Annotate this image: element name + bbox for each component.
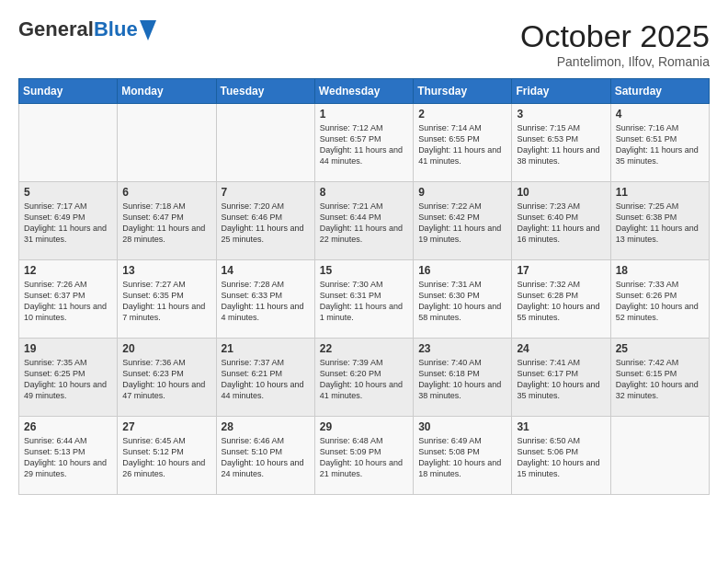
header-cell-sunday: Sunday [19, 79, 118, 104]
cell-text: Sunset: 6:31 PM [320, 290, 408, 301]
calendar-cell: 14Sunrise: 7:28 AMSunset: 6:33 PMDayligh… [216, 260, 314, 339]
day-number: 14 [222, 264, 310, 277]
title-block: October 2025 Pantelimon, Ilfov, Romania [520, 18, 710, 69]
day-number: 24 [517, 342, 605, 355]
day-number: 27 [122, 420, 210, 433]
cell-text: Sunset: 6:18 PM [418, 368, 506, 379]
cell-text: Sunrise: 7:32 AM [517, 279, 605, 290]
cell-text: Sunrise: 6:50 AM [517, 435, 605, 446]
day-number: 13 [122, 264, 210, 277]
day-number: 18 [616, 264, 704, 277]
cell-text: Sunrise: 6:46 AM [222, 435, 310, 446]
cell-text: Sunrise: 7:25 AM [616, 201, 704, 212]
calendar-cell: 26Sunrise: 6:44 AMSunset: 5:13 PMDayligh… [19, 417, 118, 495]
logo-general: General [18, 17, 94, 40]
cell-text: Sunset: 5:08 PM [418, 446, 506, 457]
calendar-cell: 7Sunrise: 7:20 AMSunset: 6:46 PMDaylight… [216, 182, 314, 260]
cell-text: Daylight: 10 hours and 38 minutes. [418, 379, 506, 401]
cell-text: Sunset: 6:17 PM [517, 368, 605, 379]
cell-text: Daylight: 10 hours and 41 minutes. [320, 379, 408, 401]
calendar-cell: 18Sunrise: 7:33 AMSunset: 6:26 PMDayligh… [610, 260, 709, 339]
logo: GeneralBlue [18, 18, 156, 44]
cell-text: Sunrise: 7:42 AM [616, 357, 704, 368]
header-cell-saturday: Saturday [610, 79, 709, 104]
month-title: October 2025 [520, 18, 710, 54]
cell-text: Sunset: 6:46 PM [222, 212, 310, 223]
day-number: 6 [122, 186, 210, 199]
day-number: 12 [24, 264, 112, 277]
calendar-cell: 29Sunrise: 6:48 AMSunset: 5:09 PMDayligh… [314, 417, 413, 495]
cell-text: Sunrise: 7:21 AM [320, 201, 408, 212]
cell-text: Sunrise: 7:20 AM [222, 201, 310, 212]
calendar-cell: 22Sunrise: 7:39 AMSunset: 6:20 PMDayligh… [314, 339, 413, 417]
cell-text: Sunset: 6:57 PM [320, 133, 408, 144]
cell-text: Daylight: 10 hours and 21 minutes. [320, 457, 408, 479]
week-row-2: 5Sunrise: 7:17 AMSunset: 6:49 PMDaylight… [19, 182, 710, 260]
cell-text: Sunrise: 6:49 AM [418, 435, 506, 446]
cell-text: Sunset: 6:26 PM [616, 290, 704, 301]
cell-text: Daylight: 10 hours and 44 minutes. [222, 379, 310, 401]
logo-blue: Blue [94, 17, 138, 40]
cell-text: Sunrise: 7:22 AM [418, 201, 506, 212]
calendar-cell: 11Sunrise: 7:25 AMSunset: 6:38 PMDayligh… [610, 182, 709, 260]
day-number: 28 [222, 420, 310, 433]
cell-text: Daylight: 10 hours and 35 minutes. [517, 379, 605, 401]
day-number: 16 [418, 264, 506, 277]
cell-text: Sunrise: 7:31 AM [418, 279, 506, 290]
calendar-cell [610, 417, 709, 495]
calendar-cell: 13Sunrise: 7:27 AMSunset: 6:35 PMDayligh… [118, 260, 216, 339]
cell-text: Sunrise: 6:44 AM [24, 435, 112, 446]
cell-text: Sunrise: 7:12 AM [320, 122, 408, 133]
day-number: 30 [418, 420, 506, 433]
cell-text: Daylight: 10 hours and 55 minutes. [517, 301, 605, 323]
cell-text: Sunset: 6:38 PM [616, 212, 704, 223]
cell-text: Sunrise: 7:28 AM [222, 279, 310, 290]
cell-text: Daylight: 10 hours and 52 minutes. [616, 301, 704, 323]
day-number: 19 [24, 342, 112, 355]
week-row-1: 1Sunrise: 7:12 AMSunset: 6:57 PMDaylight… [19, 104, 710, 182]
calendar-cell [118, 104, 216, 182]
day-number: 8 [320, 186, 408, 199]
day-number: 15 [320, 264, 408, 277]
cell-text: Sunset: 6:15 PM [616, 368, 704, 379]
logo-icon [140, 20, 156, 40]
svg-marker-0 [140, 20, 156, 40]
day-number: 5 [24, 186, 112, 199]
cell-text: Daylight: 10 hours and 26 minutes. [122, 457, 210, 479]
day-number: 20 [122, 342, 210, 355]
calendar-cell: 30Sunrise: 6:49 AMSunset: 5:08 PMDayligh… [414, 417, 512, 495]
cell-text: Sunrise: 7:17 AM [24, 201, 112, 212]
cell-text: Daylight: 10 hours and 58 minutes. [418, 301, 506, 323]
header-row: SundayMondayTuesdayWednesdayThursdayFrid… [19, 79, 710, 104]
calendar-cell: 15Sunrise: 7:30 AMSunset: 6:31 PMDayligh… [314, 260, 413, 339]
calendar-cell: 2Sunrise: 7:14 AMSunset: 6:55 PMDaylight… [414, 104, 512, 182]
day-number: 2 [418, 108, 506, 121]
cell-text: Daylight: 10 hours and 49 minutes. [24, 379, 112, 401]
cell-text: Sunset: 6:37 PM [24, 290, 112, 301]
cell-text: Sunrise: 6:45 AM [122, 435, 210, 446]
calendar-cell: 9Sunrise: 7:22 AMSunset: 6:42 PMDaylight… [414, 182, 512, 260]
cell-text: Sunset: 5:06 PM [517, 446, 605, 457]
cell-text: Daylight: 11 hours and 16 minutes. [517, 223, 605, 245]
cell-text: Sunset: 5:13 PM [24, 446, 112, 457]
calendar-cell: 6Sunrise: 7:18 AMSunset: 6:47 PMDaylight… [118, 182, 216, 260]
cell-text: Daylight: 11 hours and 44 minutes. [320, 144, 408, 167]
cell-text: Daylight: 10 hours and 47 minutes. [122, 379, 210, 401]
cell-text: Sunset: 6:23 PM [122, 368, 210, 379]
cell-text: Daylight: 11 hours and 25 minutes. [222, 223, 310, 245]
cell-text: Daylight: 10 hours and 29 minutes. [24, 457, 112, 479]
cell-text: Sunrise: 7:35 AM [24, 357, 112, 368]
cell-text: Sunrise: 7:27 AM [122, 279, 210, 290]
cell-text: Sunrise: 7:30 AM [320, 279, 408, 290]
cell-text: Sunset: 6:44 PM [320, 212, 408, 223]
calendar-cell [19, 104, 118, 182]
day-number: 11 [616, 186, 704, 199]
cell-text: Sunset: 6:33 PM [222, 290, 310, 301]
day-number: 3 [517, 108, 605, 121]
cell-text: Sunrise: 7:40 AM [418, 357, 506, 368]
cell-text: Daylight: 11 hours and 28 minutes. [122, 223, 210, 245]
calendar-table: SundayMondayTuesdayWednesdayThursdayFrid… [18, 78, 710, 495]
header-cell-friday: Friday [512, 79, 610, 104]
location-subtitle: Pantelimon, Ilfov, Romania [520, 54, 710, 69]
day-number: 21 [222, 342, 310, 355]
